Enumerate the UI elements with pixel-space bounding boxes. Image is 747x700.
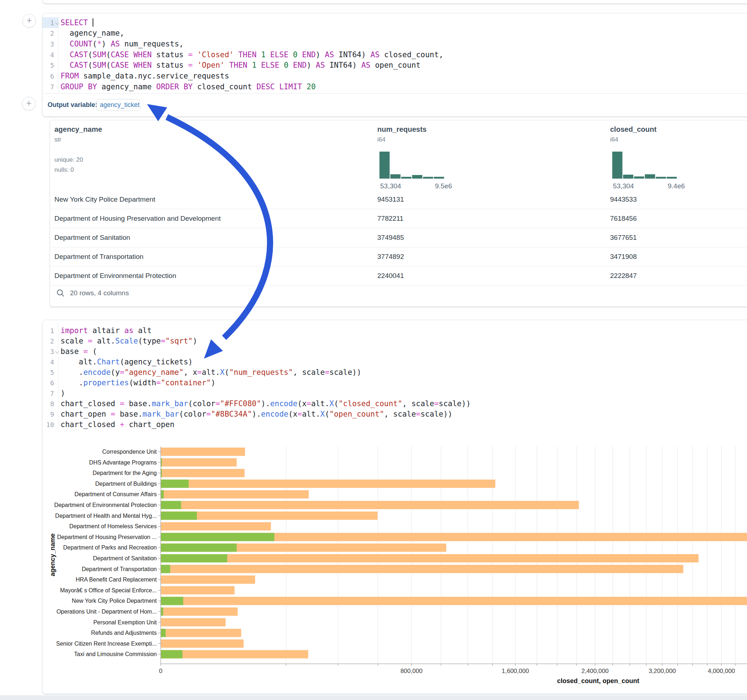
line-number: 6: [42, 378, 54, 388]
code-line: 3base = (: [42, 346, 747, 357]
code-line: 6 .properties(width="container"): [42, 378, 747, 388]
code-line: 2scale = alt.Scale(type="sqrt"): [42, 336, 747, 346]
line-number: 10: [42, 419, 54, 430]
code-line: 5 CAST(SUM(CASE WHEN status = 'Open' THE…: [42, 60, 747, 71]
code-text: alt.Chart(agency_tickets): [60, 357, 193, 367]
python-code-editor[interactable]: 1import altair as alt2scale = alt.Scale(…: [42, 320, 747, 431]
line-number: 7: [42, 388, 54, 398]
line-number: 5: [42, 60, 54, 71]
line-number: 2: [42, 336, 54, 346]
line-number: 8: [42, 398, 54, 409]
code-text: agency_name,: [60, 28, 124, 39]
line-number: 3: [42, 346, 54, 357]
code-text: import altair as alt: [60, 326, 152, 336]
line-number: 9: [42, 409, 54, 419]
code-text: chart_closed = base.mark_bar(color="#FFC…: [60, 398, 470, 409]
code-line: 8chart_closed = base.mark_bar(color="#FF…: [42, 398, 747, 409]
code-line: 1import altair as alt: [42, 326, 747, 336]
code-line: 7GROUP BY agency_name ORDER BY closed_co…: [42, 82, 747, 92]
code-line: 5 .encode(y="agency_name", x=alt.X("num_…: [42, 367, 747, 378]
line-number: 6: [42, 71, 54, 81]
code-text: .properties(width="container"): [60, 378, 215, 388]
code-text: .encode(y="agency_name", x=alt.X("num_re…: [60, 367, 361, 378]
code-line: 7): [42, 388, 747, 398]
line-number: 1: [42, 326, 54, 336]
code-text: GROUP BY agency_name ORDER BY closed_cou…: [60, 82, 316, 92]
code-text: FROM sample_data.nyc.service_requests: [60, 71, 229, 81]
fold-chevron-icon[interactable]: [55, 349, 59, 353]
code-text: ): [60, 388, 65, 398]
code-text: chart_open = base.mark_bar(color="#8BC34…: [60, 409, 452, 419]
line-number: 3: [42, 39, 54, 49]
code-line: 6FROM sample_data.nyc.service_requests: [42, 71, 747, 81]
line-number: 7: [42, 82, 54, 92]
code-text: base = (: [60, 346, 97, 357]
sql-code-editor[interactable]: 1SELECT 2 agency_name,3 COUNT(*) AS num_…: [42, 13, 747, 93]
line-number: 2: [42, 28, 54, 39]
code-line: 3 COUNT(*) AS num_requests,: [42, 39, 747, 49]
code-text: scale = alt.Scale(type="sqrt"): [60, 336, 197, 346]
line-number: 4: [42, 50, 54, 60]
page-footer-strip: [0, 695, 747, 700]
line-number: 1: [42, 18, 54, 28]
code-line: 1SELECT: [42, 18, 747, 28]
code-text: COUNT(*) AS num_requests,: [60, 39, 183, 49]
code-line: 4 CAST(SUM(CASE WHEN status = 'Closed' T…: [42, 50, 747, 60]
code-line: 10chart_closed + chart_open: [42, 419, 747, 430]
code-text: CAST(SUM(CASE WHEN status = 'Open' THEN …: [60, 60, 420, 71]
code-text: chart_closed + chart_open: [60, 419, 174, 430]
line-number: 5: [42, 367, 54, 378]
code-line: 2 agency_name,: [42, 28, 747, 39]
code-line: 4 alt.Chart(agency_tickets): [42, 357, 747, 367]
code-text: CAST(SUM(CASE WHEN status = 'Closed' THE…: [60, 50, 443, 60]
code-line: 9chart_open = base.mark_bar(color="#8BC3…: [42, 409, 747, 419]
line-number: 4: [42, 357, 54, 367]
code-text: SELECT: [60, 18, 93, 28]
